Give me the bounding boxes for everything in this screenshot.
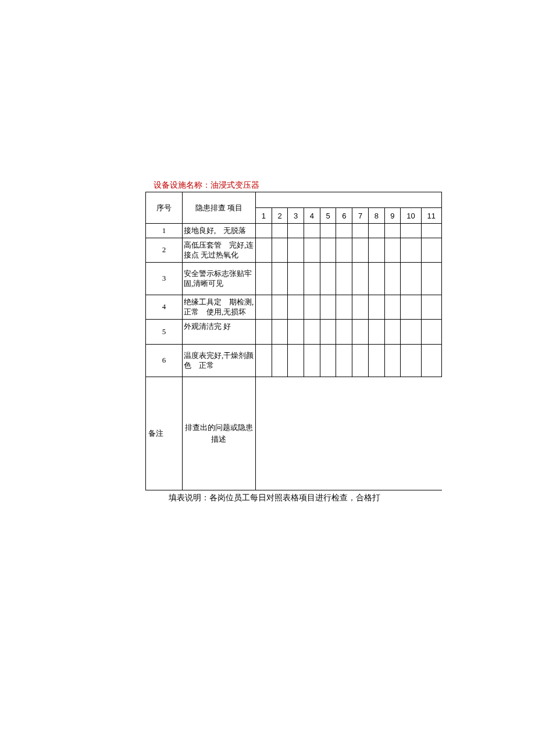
day-header: 4: [304, 208, 320, 224]
check-cell[interactable]: [320, 295, 336, 319]
row-seq: 6: [146, 344, 183, 377]
check-cell[interactable]: [272, 238, 288, 262]
day-header: 6: [336, 208, 352, 224]
row-seq: 4: [146, 295, 183, 319]
header-item: 隐患排查 项目: [182, 192, 255, 224]
day-header: 8: [368, 208, 384, 224]
check-cell[interactable]: [401, 319, 421, 344]
check-cell[interactable]: [352, 319, 369, 344]
check-cell[interactable]: [288, 238, 304, 262]
check-cell[interactable]: [255, 262, 272, 295]
check-cell[interactable]: [368, 224, 384, 238]
check-cell[interactable]: [336, 238, 352, 262]
row-item: 绝缘工具定 期检测,正常 使用,无损坏: [182, 295, 255, 319]
day-header: 10: [401, 208, 421, 224]
check-cell[interactable]: [304, 262, 320, 295]
check-cell[interactable]: [352, 344, 369, 377]
table-row: 6 温度表完好,干燥剂颜色 正常: [146, 344, 442, 377]
check-cell[interactable]: [384, 238, 401, 262]
check-cell[interactable]: [401, 262, 421, 295]
table-row: 4 绝缘工具定 期检测,正常 使用,无损坏: [146, 295, 442, 319]
day-header: 2: [272, 208, 288, 224]
header-row-1: 序号 隐患排查 项目: [146, 192, 442, 208]
check-cell[interactable]: [384, 319, 401, 344]
check-cell[interactable]: [421, 295, 441, 319]
note-desc: 排查出的问题或隐患描述: [182, 377, 255, 490]
check-cell[interactable]: [288, 319, 304, 344]
check-cell[interactable]: [421, 238, 441, 262]
check-cell[interactable]: [255, 319, 272, 344]
row-seq: 1: [146, 224, 183, 238]
check-cell[interactable]: [336, 319, 352, 344]
check-cell[interactable]: [304, 319, 320, 344]
check-cell[interactable]: [368, 295, 384, 319]
check-cell[interactable]: [320, 319, 336, 344]
check-cell[interactable]: [336, 295, 352, 319]
check-cell[interactable]: [255, 344, 272, 377]
check-cell[interactable]: [336, 344, 352, 377]
check-cell[interactable]: [272, 224, 288, 238]
check-cell[interactable]: [336, 262, 352, 295]
check-cell[interactable]: [352, 295, 369, 319]
row-seq: 5: [146, 319, 183, 344]
check-cell[interactable]: [368, 344, 384, 377]
check-cell[interactable]: [401, 224, 421, 238]
check-cell[interactable]: [368, 319, 384, 344]
note-area[interactable]: [255, 377, 441, 490]
row-item: 温度表完好,干燥剂颜色 正常: [182, 344, 255, 377]
check-cell[interactable]: [421, 319, 441, 344]
check-cell[interactable]: [421, 224, 441, 238]
check-cell[interactable]: [272, 262, 288, 295]
check-cell[interactable]: [272, 319, 288, 344]
check-cell[interactable]: [421, 344, 441, 377]
check-cell[interactable]: [384, 344, 401, 377]
check-cell[interactable]: [288, 262, 304, 295]
check-cell[interactable]: [255, 224, 272, 238]
check-cell[interactable]: [288, 344, 304, 377]
check-cell[interactable]: [368, 238, 384, 262]
row-item: 接地良好, 无脱落: [182, 224, 255, 238]
check-cell[interactable]: [336, 224, 352, 238]
check-cell[interactable]: [352, 262, 369, 295]
check-cell[interactable]: [320, 344, 336, 377]
check-cell[interactable]: [304, 224, 320, 238]
day-header: 3: [288, 208, 304, 224]
check-cell[interactable]: [368, 262, 384, 295]
check-cell[interactable]: [421, 262, 441, 295]
check-cell[interactable]: [401, 295, 421, 319]
check-cell[interactable]: [352, 238, 369, 262]
check-cell[interactable]: [272, 295, 288, 319]
table-row: 1 接地良好, 无脱落: [146, 224, 442, 238]
note-label: 备注: [146, 377, 183, 490]
check-cell[interactable]: [304, 295, 320, 319]
check-cell[interactable]: [288, 295, 304, 319]
day-header: 11: [421, 208, 441, 224]
check-cell[interactable]: [304, 238, 320, 262]
check-cell[interactable]: [255, 238, 272, 262]
check-cell[interactable]: [384, 262, 401, 295]
row-item: 安全警示标志张贴牢固,清晰可见: [182, 262, 255, 295]
day-header: 9: [384, 208, 401, 224]
check-cell[interactable]: [401, 344, 421, 377]
check-cell[interactable]: [255, 295, 272, 319]
check-cell[interactable]: [320, 224, 336, 238]
table-row: 2 高低压套管 完好,连接点 无过热氧化: [146, 238, 442, 262]
check-cell[interactable]: [272, 344, 288, 377]
check-cell[interactable]: [288, 224, 304, 238]
check-cell[interactable]: [320, 238, 336, 262]
check-cell[interactable]: [320, 262, 336, 295]
check-cell[interactable]: [352, 224, 369, 238]
row-item: 高低压套管 完好,连接点 无过热氧化: [182, 238, 255, 262]
check-cell[interactable]: [384, 295, 401, 319]
table-row: 5 外观清洁完 好: [146, 319, 442, 344]
header-days-span: [255, 192, 441, 208]
check-cell[interactable]: [304, 344, 320, 377]
row-seq: 2: [146, 238, 183, 262]
check-cell[interactable]: [384, 224, 401, 238]
day-header: 5: [320, 208, 336, 224]
check-cell[interactable]: [401, 238, 421, 262]
table-row: 3 安全警示标志张贴牢固,清晰可见: [146, 262, 442, 295]
footnote: 填表说明：各岗位员工每日对照表格项目进行检查，合格打: [145, 490, 442, 503]
row-seq: 3: [146, 262, 183, 295]
note-row: 备注 排查出的问题或隐患描述: [146, 377, 442, 490]
